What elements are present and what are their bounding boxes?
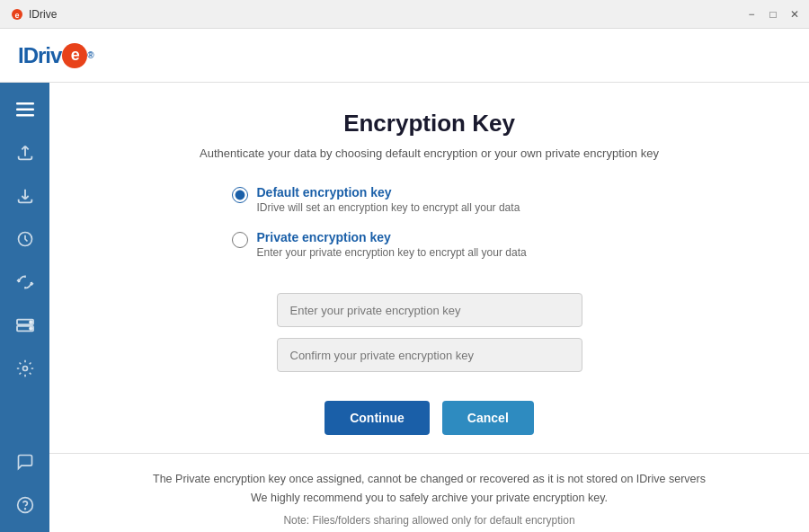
logo-bar: IDrive®: [0, 29, 809, 83]
confirm-key-input[interactable]: [277, 338, 582, 372]
default-encryption-radio[interactable]: [232, 187, 248, 203]
minimize-button[interactable]: −: [744, 7, 759, 22]
default-encryption-desc: IDrive will set an encryption key to enc…: [257, 201, 520, 214]
sidebar: [0, 83, 49, 532]
private-encryption-radio[interactable]: [232, 232, 248, 248]
svg-point-8: [29, 321, 31, 324]
titlebar-title: e IDrive: [11, 8, 57, 21]
maximize-button[interactable]: □: [766, 7, 780, 22]
cancel-button[interactable]: Cancel: [442, 401, 534, 435]
options-container: Default encryption key IDrive will set a…: [232, 185, 627, 275]
main-layout: Encryption Key Authenticate your data by…: [0, 83, 809, 532]
titlebar-controls: − □ ✕: [744, 7, 802, 22]
svg-rect-2: [16, 102, 34, 105]
bottom-info: The Private encryption key once assigned…: [49, 453, 809, 532]
svg-rect-4: [16, 114, 34, 117]
sidebar-item-upload[interactable]: [7, 135, 43, 171]
svg-point-9: [29, 327, 31, 330]
default-encryption-option[interactable]: Default encryption key IDrive will set a…: [232, 185, 627, 214]
app-icon: e: [11, 8, 23, 21]
svg-point-10: [22, 367, 27, 371]
logo-text: IDriv: [18, 43, 61, 68]
svg-text:e: e: [14, 11, 19, 20]
sidebar-item-download[interactable]: [7, 178, 43, 214]
top-content: Encryption Key Authenticate your data by…: [49, 83, 809, 453]
content-area: Encryption Key Authenticate your data by…: [49, 83, 809, 532]
sidebar-item-menu[interactable]: [7, 92, 43, 128]
sidebar-item-help[interactable]: [7, 487, 43, 523]
sidebar-item-settings[interactable]: [7, 350, 43, 386]
titlebar: e IDrive − □ ✕: [0, 0, 809, 29]
bottom-warning-text: The Private encryption key once assigned…: [85, 470, 773, 509]
svg-rect-3: [16, 109, 34, 111]
logo-reg: ®: [87, 50, 93, 60]
default-encryption-title: Default encryption key: [257, 185, 520, 200]
inputs-container: [67, 293, 791, 383]
private-encryption-desc: Enter your private encryption key to enc…: [257, 246, 527, 259]
page-title: Encryption Key: [343, 110, 515, 137]
sidebar-item-sync[interactable]: [7, 264, 43, 300]
page-subtitle: Authenticate your data by choosing defau…: [200, 146, 659, 160]
private-key-input[interactable]: [277, 293, 582, 327]
svg-point-12: [24, 509, 25, 510]
logo-e: e: [62, 43, 87, 68]
continue-button[interactable]: Continue: [324, 401, 430, 435]
logo: IDrive®: [18, 43, 93, 68]
private-encryption-title: Private encryption key: [257, 230, 527, 244]
bottom-note: Note: Files/folders sharing allowed only…: [85, 514, 773, 527]
private-encryption-label: Private encryption key Enter your privat…: [257, 230, 527, 259]
sidebar-item-history[interactable]: [7, 221, 43, 257]
close-button[interactable]: ✕: [787, 7, 802, 22]
sidebar-item-drive[interactable]: [7, 307, 43, 343]
sidebar-item-chat[interactable]: [7, 444, 43, 480]
private-encryption-option[interactable]: Private encryption key Enter your privat…: [232, 230, 627, 259]
default-encryption-label: Default encryption key IDrive will set a…: [257, 185, 520, 214]
buttons-row: Continue Cancel: [324, 401, 534, 435]
